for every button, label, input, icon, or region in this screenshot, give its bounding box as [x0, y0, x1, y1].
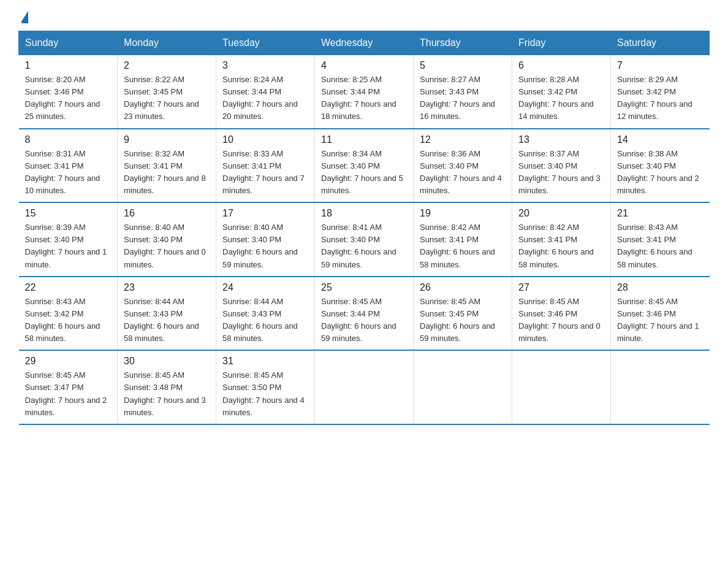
calendar-cell: 31 Sunrise: 8:45 AMSunset: 3:50 PMDaylig… — [216, 350, 315, 424]
day-info: Sunrise: 8:29 AMSunset: 3:42 PMDaylight:… — [617, 74, 703, 123]
day-info: Sunrise: 8:44 AMSunset: 3:43 PMDaylight:… — [222, 296, 308, 345]
day-info: Sunrise: 8:40 AMSunset: 3:40 PMDaylight:… — [124, 221, 210, 271]
day-number: 6 — [518, 60, 604, 71]
header-sunday: Sunday — [19, 31, 118, 55]
day-number: 18 — [321, 208, 407, 219]
calendar-cell: 5 Sunrise: 8:27 AMSunset: 3:43 PMDayligh… — [414, 55, 512, 129]
day-info: Sunrise: 8:33 AMSunset: 3:41 PMDaylight:… — [222, 148, 308, 197]
calendar-week-row: 8 Sunrise: 8:31 AMSunset: 3:41 PMDayligh… — [19, 129, 710, 203]
day-info: Sunrise: 8:45 AMSunset: 3:46 PMDaylight:… — [617, 296, 703, 345]
day-number: 22 — [25, 282, 112, 293]
day-info: Sunrise: 8:28 AMSunset: 3:42 PMDaylight:… — [518, 74, 604, 123]
day-number: 1 — [25, 60, 112, 71]
calendar-week-row: 15 Sunrise: 8:39 AMSunset: 3:40 PMDaylig… — [19, 202, 710, 277]
calendar-cell: 21 Sunrise: 8:43 AMSunset: 3:41 PMDaylig… — [611, 202, 710, 277]
calendar-cell: 6 Sunrise: 8:28 AMSunset: 3:42 PMDayligh… — [512, 55, 611, 129]
calendar-cell: 13 Sunrise: 8:37 AMSunset: 3:40 PMDaylig… — [512, 129, 611, 203]
day-number: 10 — [222, 134, 308, 145]
day-info: Sunrise: 8:37 AMSunset: 3:40 PMDaylight:… — [518, 148, 604, 197]
calendar-cell: 12 Sunrise: 8:36 AMSunset: 3:40 PMDaylig… — [414, 129, 512, 203]
day-number: 14 — [617, 134, 703, 145]
day-info: Sunrise: 8:44 AMSunset: 3:43 PMDaylight:… — [124, 296, 210, 345]
day-number: 26 — [420, 282, 506, 293]
calendar-table: SundayMondayTuesdayWednesdayThursdayFrid… — [18, 31, 710, 425]
calendar-cell: 28 Sunrise: 8:45 AMSunset: 3:46 PMDaylig… — [611, 277, 710, 351]
day-number: 28 — [617, 282, 703, 293]
calendar-cell: 1 Sunrise: 8:20 AMSunset: 3:46 PMDayligh… — [19, 55, 118, 129]
calendar-week-row: 22 Sunrise: 8:43 AMSunset: 3:42 PMDaylig… — [19, 277, 710, 351]
day-info: Sunrise: 8:32 AMSunset: 3:41 PMDaylight:… — [124, 148, 210, 197]
logo-triangle-inner — [17, 16, 21, 23]
day-info: Sunrise: 8:43 AMSunset: 3:41 PMDaylight:… — [617, 221, 703, 271]
calendar-cell: 7 Sunrise: 8:29 AMSunset: 3:42 PMDayligh… — [611, 55, 710, 129]
day-info: Sunrise: 8:45 AMSunset: 3:47 PMDaylight:… — [25, 369, 112, 419]
day-number: 23 — [124, 282, 210, 293]
header-friday: Friday — [512, 31, 611, 55]
day-number: 27 — [518, 282, 604, 293]
header-wednesday: Wednesday — [315, 31, 414, 55]
calendar-cell — [414, 350, 512, 424]
calendar-cell: 20 Sunrise: 8:42 AMSunset: 3:41 PMDaylig… — [512, 202, 611, 277]
day-info: Sunrise: 8:45 AMSunset: 3:46 PMDaylight:… — [518, 296, 604, 345]
day-info: Sunrise: 8:42 AMSunset: 3:41 PMDaylight:… — [420, 221, 506, 271]
header-monday: Monday — [118, 31, 216, 55]
calendar-week-row: 1 Sunrise: 8:20 AMSunset: 3:46 PMDayligh… — [19, 55, 710, 129]
day-number: 29 — [25, 356, 112, 367]
calendar-cell — [611, 350, 710, 424]
calendar-cell: 3 Sunrise: 8:24 AMSunset: 3:44 PMDayligh… — [216, 55, 315, 129]
calendar-cell — [315, 350, 414, 424]
header-tuesday: Tuesday — [216, 31, 315, 55]
calendar-cell: 4 Sunrise: 8:25 AMSunset: 3:44 PMDayligh… — [315, 55, 414, 129]
day-number: 19 — [420, 208, 506, 219]
calendar-cell: 8 Sunrise: 8:31 AMSunset: 3:41 PMDayligh… — [19, 129, 118, 203]
day-info: Sunrise: 8:31 AMSunset: 3:41 PMDaylight:… — [25, 148, 112, 197]
day-number: 20 — [518, 208, 604, 219]
day-info: Sunrise: 8:41 AMSunset: 3:40 PMDaylight:… — [321, 221, 407, 271]
calendar-cell: 9 Sunrise: 8:32 AMSunset: 3:41 PMDayligh… — [118, 129, 216, 203]
calendar-header-row: SundayMondayTuesdayWednesdayThursdayFrid… — [19, 31, 710, 55]
day-number: 9 — [124, 134, 210, 145]
day-number: 24 — [222, 282, 308, 293]
day-info: Sunrise: 8:20 AMSunset: 3:46 PMDaylight:… — [25, 74, 112, 123]
day-info: Sunrise: 8:45 AMSunset: 3:48 PMDaylight:… — [124, 369, 210, 419]
header-thursday: Thursday — [414, 31, 512, 55]
day-info: Sunrise: 8:34 AMSunset: 3:40 PMDaylight:… — [321, 148, 407, 197]
day-info: Sunrise: 8:43 AMSunset: 3:42 PMDaylight:… — [25, 296, 112, 345]
calendar-cell: 30 Sunrise: 8:45 AMSunset: 3:48 PMDaylig… — [118, 350, 216, 424]
day-number: 15 — [25, 208, 112, 219]
day-info: Sunrise: 8:39 AMSunset: 3:40 PMDaylight:… — [25, 221, 112, 271]
calendar-cell: 18 Sunrise: 8:41 AMSunset: 3:40 PMDaylig… — [315, 202, 414, 277]
day-info: Sunrise: 8:36 AMSunset: 3:40 PMDaylight:… — [420, 148, 506, 197]
calendar-cell: 29 Sunrise: 8:45 AMSunset: 3:47 PMDaylig… — [19, 350, 118, 424]
day-number: 30 — [124, 356, 210, 367]
day-number: 5 — [420, 60, 506, 71]
calendar-cell: 24 Sunrise: 8:44 AMSunset: 3:43 PMDaylig… — [216, 277, 315, 351]
calendar-cell: 17 Sunrise: 8:40 AMSunset: 3:40 PMDaylig… — [216, 202, 315, 277]
day-number: 31 — [222, 356, 308, 367]
day-info: Sunrise: 8:27 AMSunset: 3:43 PMDaylight:… — [420, 74, 506, 123]
calendar-cell — [512, 350, 611, 424]
calendar-cell: 19 Sunrise: 8:42 AMSunset: 3:41 PMDaylig… — [414, 202, 512, 277]
logo — [18, 12, 28, 25]
page-header — [18, 12, 710, 25]
calendar-cell: 25 Sunrise: 8:45 AMSunset: 3:44 PMDaylig… — [315, 277, 414, 351]
day-info: Sunrise: 8:45 AMSunset: 3:45 PMDaylight:… — [420, 296, 506, 345]
calendar-cell: 23 Sunrise: 8:44 AMSunset: 3:43 PMDaylig… — [118, 277, 216, 351]
day-number: 21 — [617, 208, 703, 219]
day-info: Sunrise: 8:45 AMSunset: 3:44 PMDaylight:… — [321, 296, 407, 345]
day-number: 7 — [617, 60, 703, 71]
day-number: 13 — [518, 134, 604, 145]
day-number: 25 — [321, 282, 407, 293]
day-info: Sunrise: 8:45 AMSunset: 3:50 PMDaylight:… — [222, 369, 308, 419]
calendar-cell: 14 Sunrise: 8:38 AMSunset: 3:40 PMDaylig… — [611, 129, 710, 203]
day-number: 17 — [222, 208, 308, 219]
calendar-cell: 10 Sunrise: 8:33 AMSunset: 3:41 PMDaylig… — [216, 129, 315, 203]
calendar-week-row: 29 Sunrise: 8:45 AMSunset: 3:47 PMDaylig… — [19, 350, 710, 424]
day-number: 3 — [222, 60, 308, 71]
day-number: 2 — [124, 60, 210, 71]
day-info: Sunrise: 8:25 AMSunset: 3:44 PMDaylight:… — [321, 74, 407, 123]
calendar-cell: 22 Sunrise: 8:43 AMSunset: 3:42 PMDaylig… — [19, 277, 118, 351]
calendar-cell: 16 Sunrise: 8:40 AMSunset: 3:40 PMDaylig… — [118, 202, 216, 277]
day-info: Sunrise: 8:42 AMSunset: 3:41 PMDaylight:… — [518, 221, 604, 271]
header-saturday: Saturday — [611, 31, 710, 55]
